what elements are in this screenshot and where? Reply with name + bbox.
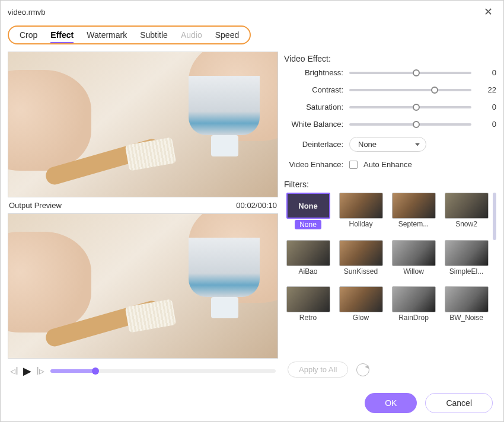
saturation-value: 0 xyxy=(476,103,496,111)
filter-name: SunKissed xyxy=(344,267,378,276)
seek-slider[interactable] xyxy=(50,369,276,373)
filter-item-snow2[interactable]: Snow2 xyxy=(442,193,490,236)
filter-name: Glow xyxy=(353,314,369,322)
filter-name: Septem... xyxy=(398,220,429,228)
tab-effect[interactable]: Effect xyxy=(50,30,74,40)
filter-thumb[interactable] xyxy=(392,286,436,312)
saturation-label: Saturation: xyxy=(284,103,349,111)
filter-item-holiday[interactable]: Holiday xyxy=(337,193,385,236)
step-forward-icon[interactable]: I▹ xyxy=(36,365,44,378)
output-preview-label: Output Preview xyxy=(9,201,62,210)
saturation-knob[interactable] xyxy=(413,104,420,111)
auto-enhance-text: Auto Enhance xyxy=(363,160,412,169)
brightness-slider[interactable] xyxy=(349,72,471,74)
seek-fill xyxy=(50,369,95,373)
filter-item-simpleel-[interactable]: SimpleEl... xyxy=(442,240,490,283)
tab-watermark[interactable]: Watermark xyxy=(87,30,127,40)
white-balance-slider[interactable] xyxy=(349,123,471,126)
filter-name: RainDrop xyxy=(398,314,429,322)
filter-thumb[interactable] xyxy=(445,240,489,266)
filter-thumb[interactable] xyxy=(339,193,383,219)
filter-name: Willow xyxy=(403,267,424,276)
filter-thumb[interactable] xyxy=(392,193,436,219)
filter-item-retro[interactable]: Retro xyxy=(284,286,332,329)
play-icon[interactable]: ▶ xyxy=(23,365,31,378)
contrast-label: Contrast: xyxy=(284,85,349,94)
contrast-knob[interactable] xyxy=(431,87,438,94)
filter-thumb[interactable] xyxy=(445,286,489,312)
filter-thumb[interactable] xyxy=(392,240,436,266)
window-title: video.rmvb xyxy=(8,8,46,17)
saturation-slider[interactable] xyxy=(349,106,471,108)
step-back-icon[interactable]: ◃I xyxy=(10,365,18,378)
effect-panel: Video Effect: Brightness: 0 Contrast: 22… xyxy=(284,52,496,378)
deinterlace-value: None xyxy=(358,140,377,149)
close-icon[interactable]: ✕ xyxy=(480,4,496,20)
titlebar: video.rmvb ✕ xyxy=(1,1,503,23)
dialog-footer: OK Cancel xyxy=(1,385,503,421)
video-effect-title: Video Effect: xyxy=(284,52,496,63)
tab-subtitle[interactable]: Subtitle xyxy=(140,30,168,40)
white-balance-knob[interactable] xyxy=(413,121,420,128)
filter-name: SimpleEl... xyxy=(449,267,483,276)
filters-scrollbar[interactable] xyxy=(493,193,496,356)
filter-item-sunkissed[interactable]: SunKissed xyxy=(337,240,385,283)
deinterlace-label: Deinterlace: xyxy=(284,140,349,149)
effect-dialog: video.rmvb ✕ Crop Effect Watermark Subti… xyxy=(0,0,504,422)
tab-crop[interactable]: Crop xyxy=(20,30,37,40)
filter-thumb[interactable] xyxy=(286,240,330,266)
filter-name: Holiday xyxy=(349,220,372,228)
preview-panel: Output Preview 00:02/00:10 ◃I ▶ I▹ xyxy=(8,52,278,378)
filters-grid: NoneNoneHolidaySeptem...Snow2AiBaoSunKis… xyxy=(284,193,496,329)
filter-name: Snow2 xyxy=(455,220,477,228)
filter-item-raindrop[interactable]: RainDrop xyxy=(390,286,438,329)
white-balance-label: White Balance: xyxy=(284,120,349,129)
filter-name: None xyxy=(295,220,321,229)
tab-bar: Crop Effect Watermark Subtitle Audio Spe… xyxy=(1,23,503,44)
brightness-value: 0 xyxy=(476,68,496,77)
deinterlace-select[interactable]: None xyxy=(349,137,426,152)
filter-item-glow[interactable]: Glow xyxy=(337,286,385,329)
filter-thumb[interactable] xyxy=(286,286,330,312)
refresh-icon[interactable] xyxy=(356,363,369,376)
filters-title: Filters: xyxy=(284,180,496,189)
tab-audio: Audio xyxy=(181,30,202,40)
filter-thumb[interactable] xyxy=(339,286,383,312)
auto-enhance-checkbox[interactable] xyxy=(349,161,358,169)
filter-thumb[interactable] xyxy=(445,193,489,219)
video-enhance-label: Video Enhance: xyxy=(284,160,349,169)
filter-item-willow[interactable]: Willow xyxy=(390,240,438,283)
filter-name: AiBao xyxy=(298,267,317,276)
filter-item-none[interactable]: NoneNone xyxy=(284,193,332,236)
seek-knob[interactable] xyxy=(92,367,99,375)
preview-output xyxy=(8,213,278,359)
contrast-slider[interactable] xyxy=(349,89,471,91)
brightness-knob[interactable] xyxy=(413,69,420,76)
preview-original xyxy=(8,52,278,197)
filter-item-aibao[interactable]: AiBao xyxy=(284,240,332,283)
filter-name: Retro xyxy=(299,314,317,322)
ok-button[interactable]: OK xyxy=(365,393,417,413)
brightness-label: Brightness: xyxy=(284,68,349,77)
filter-name: BW_Noise xyxy=(449,314,483,322)
timecode: 00:02/00:10 xyxy=(236,201,277,210)
filter-item-bw-noise[interactable]: BW_Noise xyxy=(442,286,490,329)
apply-to-all-button[interactable]: Apply to All xyxy=(288,362,348,378)
cancel-button[interactable]: Cancel xyxy=(425,393,493,413)
tab-speed[interactable]: Speed xyxy=(215,30,239,40)
filter-thumb[interactable]: None xyxy=(286,193,330,219)
contrast-value: 22 xyxy=(476,85,496,94)
filter-thumb[interactable] xyxy=(339,240,383,266)
filter-item-septem-[interactable]: Septem... xyxy=(390,193,438,236)
white-balance-value: 0 xyxy=(476,120,496,129)
